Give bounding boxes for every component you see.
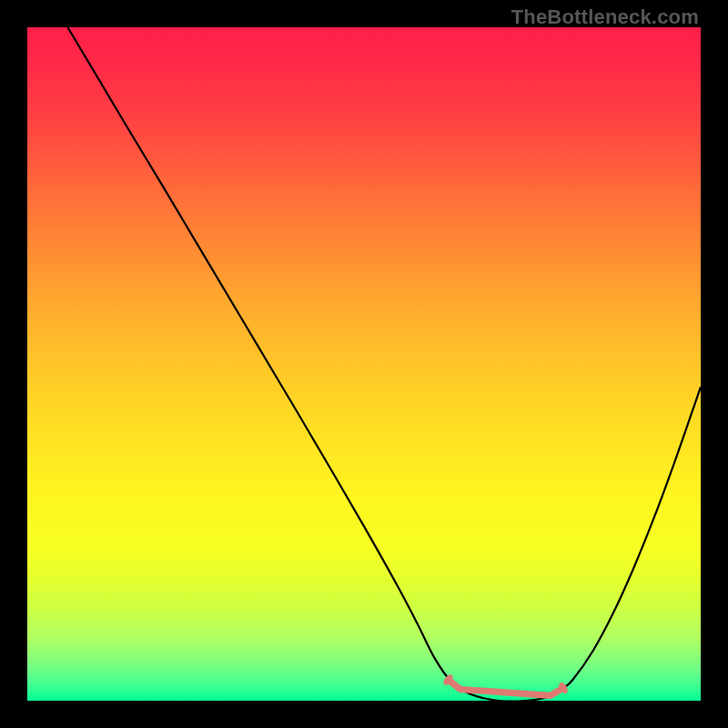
sweet-spot-marker bbox=[441, 672, 569, 695]
curve-layer bbox=[27, 27, 701, 701]
bottleneck-curve bbox=[67, 27, 701, 701]
chart-container: TheBottleneck.com bbox=[0, 0, 728, 728]
watermark-text: TheBottleneck.com bbox=[511, 5, 699, 29]
plot-area bbox=[27, 27, 701, 701]
